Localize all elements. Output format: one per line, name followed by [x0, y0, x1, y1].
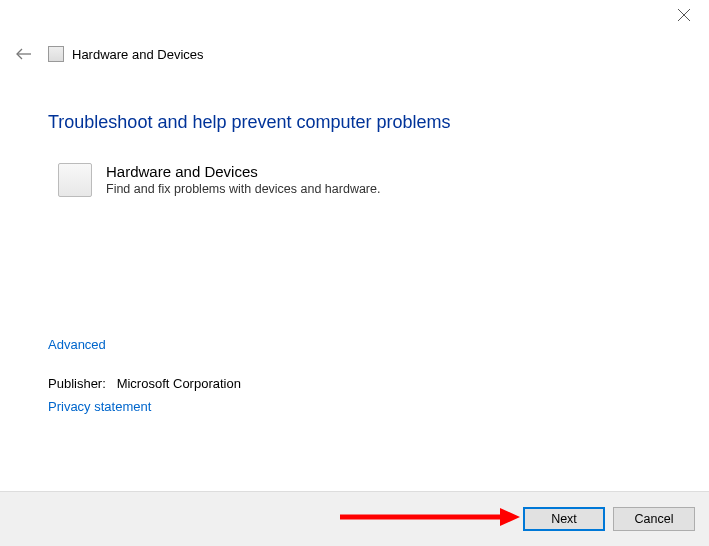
item-description: Find and fix problems with devices and h…: [106, 182, 380, 196]
item-title: Hardware and Devices: [106, 163, 380, 180]
advanced-link[interactable]: Advanced: [48, 337, 106, 352]
privacy-link[interactable]: Privacy statement: [48, 399, 151, 414]
close-icon[interactable]: [677, 8, 691, 22]
header-row: Hardware and Devices: [0, 40, 709, 68]
troubleshooter-icon: [48, 46, 64, 62]
troubleshooter-item: Hardware and Devices Find and fix proble…: [58, 163, 661, 197]
cancel-button[interactable]: Cancel: [613, 507, 695, 531]
publisher-value: Microsoft Corporation: [117, 376, 241, 391]
content-area: Troubleshoot and help prevent computer p…: [0, 68, 709, 414]
back-arrow-icon[interactable]: [14, 44, 34, 64]
page-headline: Troubleshoot and help prevent computer p…: [48, 112, 661, 133]
device-icon: [58, 163, 92, 197]
window-title: Hardware and Devices: [72, 47, 204, 62]
titlebar: [0, 0, 709, 40]
next-button[interactable]: Next: [523, 507, 605, 531]
publisher-row: Publisher: Microsoft Corporation: [48, 376, 661, 391]
publisher-label: Publisher:: [48, 376, 106, 391]
footer-bar: Next Cancel: [0, 491, 709, 546]
